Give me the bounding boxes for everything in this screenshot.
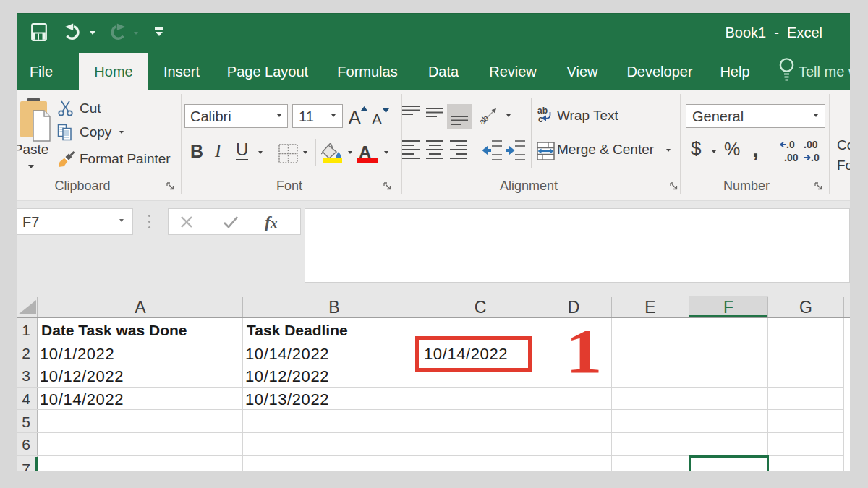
svg-text:c: c	[538, 114, 543, 124]
svg-text:ab: ab	[480, 113, 491, 124]
svg-text:.00: .00	[784, 152, 799, 163]
svg-text:.00: .00	[804, 139, 818, 150]
svg-text:.0: .0	[811, 152, 820, 163]
svg-text:.0: .0	[786, 139, 795, 150]
